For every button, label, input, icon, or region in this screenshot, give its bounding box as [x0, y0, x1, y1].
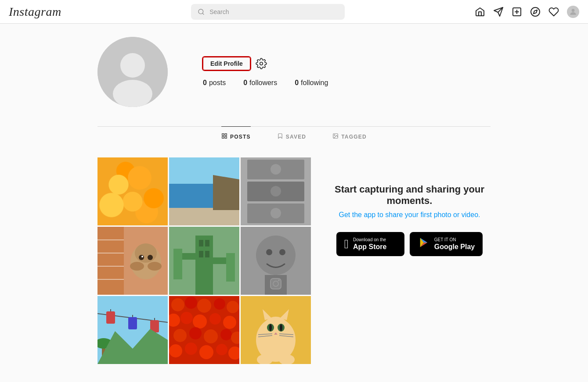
tab-saved-label: SAVED: [286, 134, 306, 140]
svg-point-100: [209, 313, 221, 325]
svg-point-102: [173, 329, 187, 342]
svg-point-11: [120, 53, 145, 78]
apple-btn-text: Download on the App Store: [353, 237, 386, 251]
svg-point-30: [149, 197, 165, 213]
svg-point-24: [97, 178, 110, 194]
home-icon[interactable]: [475, 7, 485, 17]
apple-btn-small: Download on the: [353, 237, 386, 243]
svg-point-45: [271, 186, 281, 196]
svg-rect-64: [213, 257, 226, 264]
svg-rect-17: [225, 136, 227, 138]
svg-point-104: [204, 329, 218, 343]
svg-point-54: [135, 243, 157, 263]
svg-rect-66: [199, 240, 203, 246]
svg-point-92: [171, 298, 184, 311]
svg-point-31: [97, 211, 112, 225]
svg-point-95: [214, 298, 225, 310]
photo-grid: [97, 157, 311, 364]
search-input[interactable]: [209, 8, 339, 15]
bookmark-icon: [277, 133, 283, 141]
svg-point-108: [185, 343, 197, 355]
svg-point-23: [144, 161, 161, 178]
svg-point-44: [271, 164, 281, 175]
profile-stats: 0 posts 0 followers 0 following: [203, 79, 491, 87]
photo-cell[interactable]: [97, 296, 168, 364]
profile-tabs: POSTS SAVED TAGGED: [97, 126, 491, 147]
tab-posts[interactable]: POSTS: [221, 126, 251, 147]
followers-count: 0: [243, 79, 247, 87]
svg-line-1: [202, 13, 204, 14]
svg-rect-65: [226, 253, 235, 282]
followers-stat[interactable]: 0 followers: [243, 79, 277, 87]
google-btn-small: GET IT ON: [434, 237, 475, 243]
following-stat[interactable]: 0 following: [295, 79, 328, 87]
profile-nav-avatar[interactable]: [567, 6, 579, 18]
google-play-icon: [418, 236, 430, 252]
svg-point-56: [148, 255, 153, 260]
send-icon[interactable]: [493, 7, 504, 17]
svg-point-103: [189, 327, 202, 339]
profile-content: Start capturing and sharing your moments…: [97, 157, 491, 364]
google-play-button[interactable]: GET IT ON Google Play: [410, 232, 483, 256]
search-icon: [196, 7, 206, 17]
svg-point-109: [199, 345, 213, 359]
svg-rect-67: [205, 240, 209, 246]
profile-info: Edit Profile 0 posts 0 followers: [203, 57, 491, 87]
profile-avatar[interactable]: [97, 37, 168, 107]
svg-point-71: [256, 236, 296, 275]
svg-point-25: [113, 175, 130, 193]
svg-point-93: [185, 296, 197, 309]
photo-cell[interactable]: [169, 157, 239, 225]
right-panel: Start capturing and sharing your moments…: [328, 157, 491, 364]
svg-rect-68: [199, 251, 203, 257]
svg-rect-16: [222, 136, 224, 138]
svg-rect-62: [182, 253, 195, 260]
settings-button[interactable]: [256, 58, 267, 69]
svg-point-107: [169, 344, 182, 357]
photo-cell[interactable]: [241, 157, 311, 225]
svg-point-119: [269, 324, 272, 331]
svg-point-12: [113, 80, 152, 107]
tab-saved[interactable]: SAVED: [277, 126, 306, 147]
svg-point-114: [263, 317, 289, 341]
svg-point-72: [266, 249, 272, 255]
svg-point-55: [139, 255, 144, 260]
posts-stat[interactable]: 0 posts: [203, 79, 226, 87]
edit-profile-button[interactable]: Edit Profile: [203, 57, 250, 70]
photo-cell[interactable]: [241, 227, 311, 295]
svg-rect-15: [225, 134, 227, 136]
photo-cell[interactable]: [97, 157, 168, 225]
svg-point-101: [223, 316, 236, 329]
svg-point-59: [148, 262, 162, 271]
tab-tagged[interactable]: TAGGED: [332, 126, 367, 147]
google-btn-store: Google Play: [434, 243, 475, 251]
posts-count: 0: [203, 79, 207, 87]
photo-cell[interactable]: [97, 227, 168, 295]
profile-actions: Edit Profile: [203, 57, 491, 70]
activity-icon[interactable]: [548, 7, 559, 17]
instagram-logo[interactable]: Instagram: [9, 5, 61, 19]
svg-point-96: [227, 301, 239, 313]
svg-point-99: [193, 314, 207, 328]
photo-cell[interactable]: [169, 296, 239, 364]
explore-icon[interactable]: [530, 7, 541, 17]
svg-rect-63: [173, 249, 182, 279]
photo-cell[interactable]: [169, 227, 239, 295]
svg-point-34: [159, 210, 168, 224]
followers-label: followers: [249, 79, 277, 87]
apple-app-store-button[interactable]:  Download on the App Store: [336, 232, 404, 256]
photo-cell[interactable]: [241, 296, 311, 364]
search-bar: [191, 4, 345, 20]
posts-label: posts: [209, 79, 226, 87]
following-label: following: [301, 79, 328, 87]
svg-rect-37: [169, 208, 239, 225]
profile-header: Edit Profile 0 posts 0 followers: [97, 37, 491, 107]
grid-icon: [221, 133, 227, 141]
new-post-icon[interactable]: [512, 7, 522, 17]
svg-rect-14: [222, 134, 224, 136]
svg-point-77: [278, 279, 280, 281]
svg-point-120: [280, 324, 282, 331]
following-count: 0: [295, 79, 299, 87]
svg-point-105: [220, 329, 232, 340]
apple-btn-store: App Store: [353, 243, 386, 251]
